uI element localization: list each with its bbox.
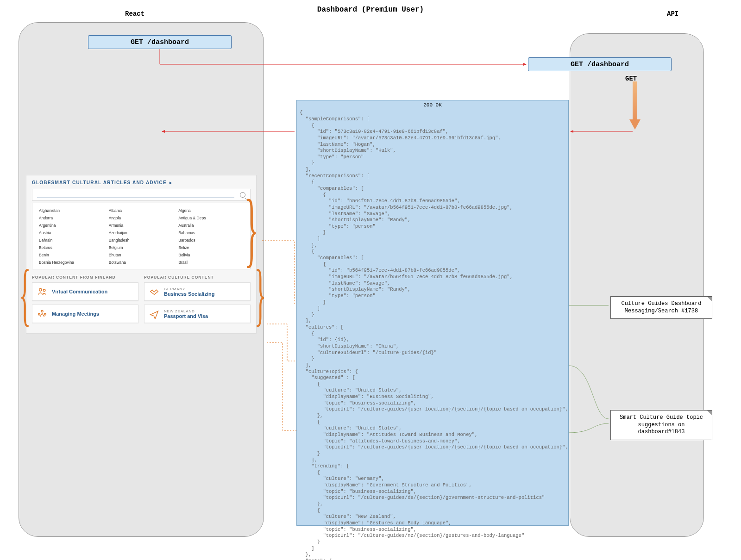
country-item[interactable]: Armenia [109, 222, 174, 229]
search-input[interactable] [32, 189, 251, 201]
lane-label-react: React [125, 10, 144, 18]
country-item[interactable]: Bangladesh [109, 236, 174, 244]
plane-icon [149, 309, 159, 319]
country-item[interactable]: Antigua & Deps [178, 214, 244, 222]
brace-icon: } [254, 259, 266, 329]
country-item[interactable]: Andorra [39, 214, 104, 222]
request-box-api: GET /dashboard [528, 57, 672, 71]
api-frame [570, 33, 704, 537]
svg-point-1 [43, 289, 45, 292]
request-box-react: GET /dashboard [88, 35, 232, 49]
handshake-icon [149, 286, 159, 297]
culture-widget: GLOBESMART CULTURAL ARTICLES AND ADVICE▸… [26, 175, 257, 334]
svg-point-4 [44, 313, 46, 315]
chevron-right-icon: ▸ [170, 180, 172, 185]
country-item[interactable]: Bahamas [178, 229, 244, 236]
country-item[interactable]: Azerbaijan [109, 229, 174, 236]
country-item[interactable]: Bosnia Herzegovina [39, 259, 104, 266]
svg-point-2 [41, 310, 43, 312]
country-item[interactable]: Bhutan [109, 251, 174, 259]
note-culture-guides: Culture Guides Dashboard Messaging/Searc… [610, 296, 712, 319]
country-item[interactable]: Austria [39, 229, 104, 236]
country-item[interactable]: Barbados [178, 236, 244, 244]
country-item[interactable]: Angola [109, 214, 174, 222]
country-item[interactable]: Brazil [178, 259, 244, 266]
country-grid: AfghanistanAlbaniaAlgeriaAndorraAngolaAn… [32, 203, 251, 269]
country-item[interactable]: Bahrain [39, 236, 104, 244]
card-passport-visa[interactable]: NEW ZEALANDPassport and Visa [144, 305, 251, 323]
popular-culture-heading: POPULAR CULTURE CONTENT [144, 275, 251, 280]
country-item[interactable]: Belgium [109, 244, 174, 251]
country-item[interactable]: Bolivia [178, 251, 244, 259]
country-item[interactable]: Algeria [178, 207, 244, 214]
card-virtual-communication[interactable]: Virtual Communication [32, 282, 138, 301]
card-managing-meetings[interactable]: Managing Meetings [32, 305, 138, 323]
country-item[interactable]: Botswana [109, 259, 174, 266]
country-item[interactable]: Australia [178, 222, 244, 229]
brace-icon: } [19, 259, 31, 329]
get-label: GET [625, 75, 637, 82]
popular-from-heading: POPULAR CONTENT FROM FINLAND [32, 275, 138, 280]
status-label: 200 OK [297, 100, 568, 110]
json-response-panel: 200 OK { "sampleComparisons": [ { "id": … [296, 100, 569, 526]
country-item[interactable]: Albania [109, 207, 174, 214]
note-smart-topics: Smart Culture Guide topic suggestions on… [610, 410, 712, 440]
json-body: { "sampleComparisons": [ { "id": "573c3a… [297, 110, 568, 560]
country-item[interactable]: Argentina [39, 222, 104, 229]
meeting-icon [37, 309, 47, 319]
country-item[interactable]: Belarus [39, 244, 104, 251]
lane-label-api: API [667, 10, 678, 18]
diagram-title: Dashboard (Premium User) [317, 6, 424, 14]
svg-point-3 [38, 313, 40, 315]
people-icon [37, 286, 47, 297]
country-item[interactable]: Belize [178, 244, 244, 251]
country-item[interactable]: Benin [39, 251, 104, 259]
svg-point-0 [39, 289, 42, 292]
widget-title: GLOBESMART CULTURAL ARTICLES AND ADVICE▸ [32, 180, 251, 185]
country-item[interactable]: Afghanistan [39, 207, 104, 214]
card-business-socializing[interactable]: GERMANYBusiness Socializing [144, 282, 251, 301]
